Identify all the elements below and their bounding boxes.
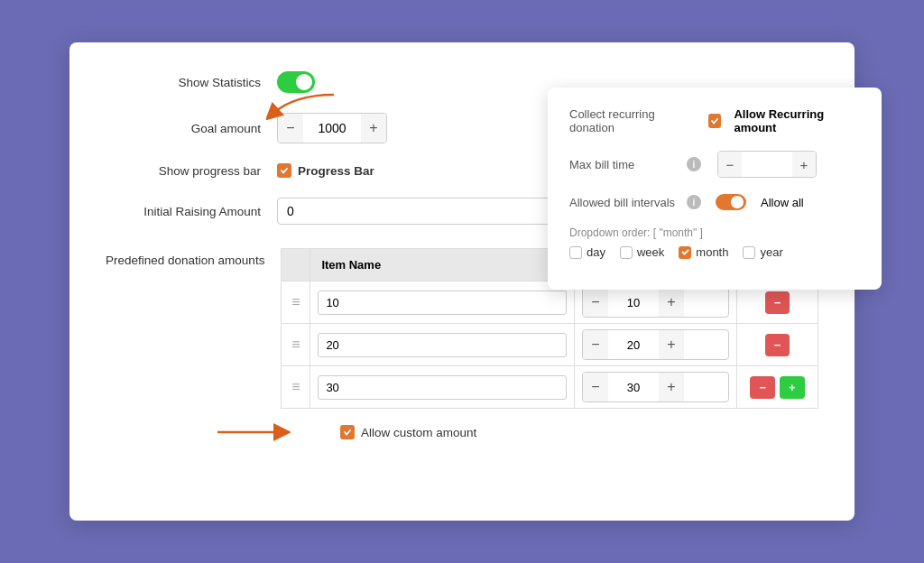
day-checkbox[interactable] [569,246,582,259]
item-price-input[interactable] [608,335,659,355]
drag-handle[interactable]: ≡ [291,294,300,309]
toggle-wrap [277,71,315,93]
year-checkbox[interactable] [743,246,755,259]
main-card: Show Statistics Goal amount − + [69,42,855,521]
allowed-intervals-row: Allowed bill intervals i Allow all [569,194,860,210]
month-checkbox[interactable] [679,246,691,259]
arrow-annotation-bottom [214,422,291,442]
initial-raising-label: Initial Raising Amount [106,205,277,218]
dropdown-order-label: Dropdown order: [ "month" ] [569,226,860,239]
show-progress-bar-label: Show progress bar [106,164,277,178]
drag-handle[interactable]: ≡ [291,379,300,394]
progress-bar-checkbox[interactable] [277,163,291,178]
week-checkbox[interactable] [620,246,633,259]
year-label: year [760,245,782,259]
month-check-item: month [679,245,728,259]
item-name-input[interactable] [318,333,567,357]
goal-amount-plus[interactable]: + [361,114,386,143]
goal-amount-minus[interactable]: − [278,114,303,143]
day-label: day [587,245,605,259]
max-bill-info-icon[interactable]: i [687,157,701,171]
drag-col-header [282,249,310,282]
day-check-item: day [569,245,605,259]
allow-recurring-label: Allow Recurring amount [734,107,860,134]
delete-row-button[interactable]: − [765,291,790,314]
max-bill-plus[interactable]: + [792,152,816,177]
max-bill-minus[interactable]: − [718,152,742,177]
item-price-input[interactable] [608,377,659,398]
item-price-plus[interactable]: + [659,330,684,359]
item-price-stepper: − + [582,372,729,402]
max-bill-stepper: − + [717,151,817,178]
delete-row-button[interactable]: − [750,376,775,399]
collect-recurring-row: Collect recurring donation Allow Recurri… [569,107,860,134]
item-name-input[interactable] [318,375,567,400]
table-row: ≡ − + − + [282,366,818,409]
item-price-input[interactable] [608,292,659,313]
goal-amount-input[interactable] [303,116,361,140]
allow-all-toggle-knob [731,196,744,208]
item-price-stepper: − + [582,287,729,318]
goal-amount-stepper: − + [277,113,387,143]
allow-custom-checkbox[interactable] [340,425,355,439]
item-price-minus[interactable]: − [583,288,608,317]
delete-row-button[interactable]: − [765,334,790,356]
month-label: month [696,245,728,259]
allow-custom-row: Allow custom amount [106,425,818,439]
item-price-plus[interactable]: + [659,373,684,401]
item-price-stepper: − + [582,329,729,360]
week-check-item: week [620,245,664,259]
table-row: ≡ − + − [282,324,818,366]
max-bill-label: Max bill time [569,158,678,171]
show-statistics-toggle[interactable] [277,71,315,93]
year-check-item: year [743,245,782,259]
max-bill-row: Max bill time i − + [569,151,860,178]
collect-label: Collect recurring donation [569,107,694,134]
allowed-intervals-info-icon[interactable]: i [687,195,701,209]
drag-handle[interactable]: ≡ [291,337,300,352]
item-price-plus[interactable]: + [659,288,684,317]
progress-bar-label[interactable]: Progress Bar [277,163,374,178]
allow-custom-label[interactable]: Allow custom amount [340,425,476,439]
float-card: Collect recurring donation Allow Recurri… [548,88,882,290]
goal-amount-label: Goal amount [106,122,277,135]
toggle-knob [296,74,312,90]
action-btns: − [744,291,810,314]
week-label: week [637,245,664,259]
item-price-minus[interactable]: − [583,373,608,401]
predefined-label: Predefined donation amounts [106,245,281,267]
action-btns: − + [744,376,810,399]
allow-custom-text: Allow custom amount [361,426,476,439]
progress-bar-text: Progress Bar [298,164,374,178]
max-bill-input[interactable] [742,154,792,175]
allowed-intervals-label: Allowed bill intervals [569,196,678,209]
item-name-input[interactable] [318,291,567,315]
item-price-minus[interactable]: − [583,330,608,359]
add-row-button[interactable]: + [780,376,805,399]
show-statistics-label: Show Statistics [106,76,277,89]
dropdown-order-section: Dropdown order: [ "month" ] day week mon… [569,226,860,259]
allow-recurring-checkbox[interactable] [708,114,722,128]
allow-all-label: Allow all [761,196,804,209]
action-btns: − [744,334,810,356]
allow-all-toggle[interactable] [716,194,746,210]
dropdown-checkboxes: day week month year [569,245,860,259]
item-name-header: Item Name [310,249,575,282]
